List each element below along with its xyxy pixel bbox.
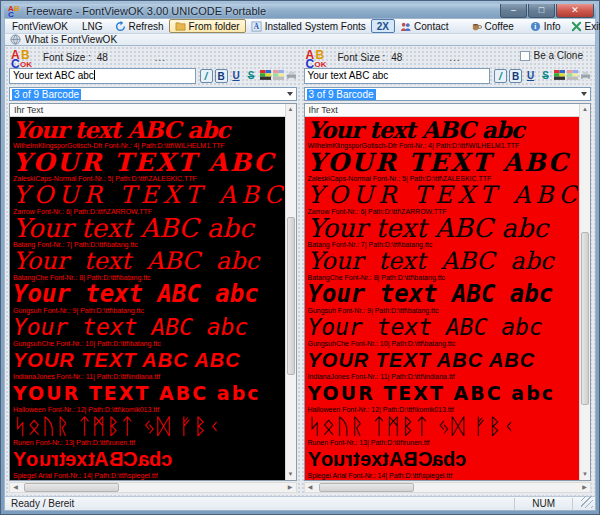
font-list-item[interactable]: Your text ABC abc Batang Font-Nr.: 7| Pa… [13, 216, 284, 249]
menu-lng[interactable]: LNG [75, 21, 110, 32]
italic-button[interactable]: / [494, 69, 507, 83]
font-preview: Your text ABC abc [13, 216, 284, 241]
close-button[interactable]: ✕ [556, 4, 594, 18]
font-list-item[interactable]: Your text ABC abc WilhelmKlingsporGotisc… [13, 117, 284, 150]
font-list-item[interactable]: YOUR TEXT ABC A ZaleskiCaps-Normal Font-… [308, 150, 579, 183]
fonts-icon: A [251, 21, 262, 32]
font-list-item[interactable]: Your text ABC abc Gungsuh Font-Nr.: 9| P… [308, 282, 579, 315]
main-area: A B C OK Font Size : 48 ... Your text AB… [4, 46, 596, 496]
font-list-item[interactable]: ᛋᛟᚢᚱ ᛏᛗᛒᛏ ᛃᛞ ᚠᛒᚲ Runen Font-Nr.: 13| Pat… [308, 414, 579, 447]
left-pane-header: A B C OK Font Size : 48 ... [9, 49, 297, 65]
refresh-button[interactable]: Refresh [110, 19, 169, 33]
font-caption: ZaleskiCaps-Normal Font-Nr.: 5| Path:D:\… [13, 175, 284, 183]
scroll-up-icon[interactable]: ▲ [580, 104, 590, 115]
bold-button[interactable]: B [215, 69, 228, 83]
underline-button[interactable]: U [230, 69, 243, 83]
font-size-more-button[interactable]: ... [155, 52, 166, 63]
vertical-scroll-thumb[interactable] [581, 232, 589, 405]
font-caption: Gungsuh Font-Nr.: 9| Path:D:\ttf\batang.… [13, 307, 284, 315]
font-size-value[interactable]: 48 [97, 52, 127, 63]
horizontal-scrollbar[interactable]: ◀ ▶ [304, 482, 592, 493]
horizontal-scrollbar[interactable]: ◀ ▶ [9, 482, 297, 493]
text-color-icon[interactable] [260, 70, 271, 81]
font-size-more-button[interactable]: ... [449, 52, 460, 63]
scroll-left-icon[interactable]: ◀ [305, 483, 316, 492]
zoom-2x-toggle[interactable]: 2X [371, 19, 395, 33]
font-preview: Your text ABC abc [308, 282, 579, 307]
coffee-button[interactable]: Coffee [466, 19, 519, 33]
font-list-item[interactable]: Your text ABC abc Gungsuh Font-Nr.: 9| P… [13, 282, 284, 315]
scroll-down-icon[interactable]: ▼ [580, 469, 590, 480]
underline-button[interactable]: U [524, 69, 537, 83]
be-a-clone-checkbox[interactable]: Be a Clone [520, 50, 583, 61]
menu-toolbar-row: FontViewOK LNG Refresh From folder A Ins… [4, 18, 596, 33]
font-caption: WilhelmKlingsporGotisch-Dfr Font-Nr.: 4|… [308, 142, 579, 150]
from-folder-button[interactable]: From folder [169, 19, 246, 33]
font-caption: BatangChe Font-Nr.: 8| Path:D:\ttf\batan… [13, 274, 284, 282]
vertical-scroll-thumb[interactable] [287, 217, 295, 375]
font-list-item[interactable]: ᛋᛟᚢᚱ ᛏᛗᛒᛏ ᛃᛞ ᚠᛒᚲ Runen Font-Nr.: 13| Pat… [13, 414, 284, 447]
strikethrough-button[interactable]: S [539, 69, 552, 83]
scroll-left-icon[interactable]: ◀ [10, 483, 21, 492]
folder-icon [175, 21, 186, 32]
font-preview: Your text ABC abc [308, 249, 579, 274]
text-color-icon[interactable] [554, 70, 565, 81]
font-list-item[interactable]: YOUR TEXT ABC ABC IndianaJones Font-Nr.:… [308, 348, 579, 381]
vertical-scrollbar[interactable]: ▲ ▼ [579, 104, 590, 480]
status-text: Ready / Bereit [11, 498, 74, 509]
what-is-fontviewok-link[interactable]: What is FontViewOK [25, 34, 117, 45]
font-caption: Gungsuh Font-Nr.: 9| Path:D:\ttf\batang.… [308, 307, 579, 315]
installed-system-fonts-button[interactable]: A Installed System Fonts [246, 19, 371, 33]
font-preview: YOUR TEXT ABC ABC [13, 348, 284, 373]
scroll-up-icon[interactable]: ▲ [286, 104, 296, 115]
bold-button[interactable]: B [509, 69, 522, 83]
font-select-dropdown[interactable]: 3 of 9 Barcode [304, 87, 592, 101]
font-preview: YOUR TEXT ABC A [13, 150, 284, 175]
checkbox-icon [520, 51, 530, 61]
font-caption: GungsuhChe Font-Nr.: 10| Path:D:\ttf\bat… [308, 340, 579, 348]
print-icon[interactable] [286, 70, 297, 81]
menu-fontviewok[interactable]: FontViewOK [5, 21, 75, 32]
font-list-item[interactable]: YOUR TEXT ABC abc Halloween Font-Nr.: 12… [308, 381, 579, 414]
contact-button[interactable]: Contact [395, 19, 453, 33]
font-list-item[interactable]: Your text ABC abc WilhelmKlingsporGotisc… [308, 117, 579, 150]
horizontal-scroll-thumb[interactable] [319, 483, 414, 492]
statusbar-divider [514, 498, 515, 510]
background-color-icon[interactable] [567, 70, 578, 81]
refresh-icon [115, 21, 126, 32]
font-preview: ᛋᛟᚢᚱ ᛏᛗᛒᛏ ᛃᛞ ᚠᛒᚲ [13, 414, 284, 439]
font-list-item[interactable]: YOUR TEXT ABC A Zarrow Font-Nr.: 6| Path… [13, 183, 284, 216]
background-color-icon[interactable] [273, 70, 284, 81]
scroll-down-icon[interactable]: ▼ [286, 469, 296, 480]
strikethrough-button[interactable]: S [245, 69, 258, 83]
font-list-item[interactable]: Your text ABC abc BatangChe Font-Nr.: 8|… [308, 249, 579, 282]
font-list-item[interactable]: Your text ABC abc Batang Font-Nr.: 7| Pa… [308, 216, 579, 249]
minimize-button[interactable]: – [500, 4, 527, 18]
info-button[interactable]: i Info [525, 19, 566, 33]
print-icon[interactable] [580, 70, 591, 81]
svg-text:A: A [253, 22, 259, 31]
vertical-scrollbar[interactable]: ▲ ▼ [285, 104, 296, 480]
font-list-item[interactable]: YOUR TEXT ABC ABC IndianaJones Font-Nr.:… [13, 348, 284, 381]
font-list-item[interactable]: Your text ABC abc GungsuhChe Font-Nr.: 1… [13, 315, 284, 348]
maximize-button[interactable]: □ [528, 4, 555, 18]
font-preview: Your text ABC abc [13, 282, 284, 307]
exit-button[interactable]: Exit [566, 19, 600, 33]
font-list-item[interactable]: YOUR TEXT ABC abc Halloween Font-Nr.: 12… [13, 381, 284, 414]
italic-button[interactable]: / [200, 69, 213, 83]
font-caption: Halloween Font-Nr.: 12| Path:D:\ttf\komi… [13, 406, 284, 414]
font-preview: Your text ABC abc [308, 315, 579, 340]
horizontal-scroll-thumb[interactable] [24, 483, 119, 492]
svg-text:i: i [534, 22, 536, 31]
font-list-item[interactable]: Your text ABC abc Spiegel Arial Font-Nr.… [13, 447, 284, 480]
font-size-value[interactable]: 48 [391, 52, 421, 63]
font-list-item[interactable]: YOUR TEXT ABC A ZaleskiCaps-Normal Font-… [13, 150, 284, 183]
resize-grip[interactable] [581, 496, 593, 508]
scroll-right-icon[interactable]: ▶ [285, 483, 296, 492]
scroll-right-icon[interactable]: ▶ [579, 483, 590, 492]
font-list-item[interactable]: YOUR TEXT ABC A Zarrow Font-Nr.: 6| Path… [308, 183, 579, 216]
font-list-item[interactable]: Your text ABC abc BatangChe Font-Nr.: 8|… [13, 249, 284, 282]
font-select-dropdown[interactable]: 3 of 9 Barcode [9, 87, 297, 101]
font-list-item[interactable]: Your text ABC abc Spiegel Arial Font-Nr.… [308, 447, 579, 480]
font-list-item[interactable]: Your text ABC abc GungsuhChe Font-Nr.: 1… [308, 315, 579, 348]
